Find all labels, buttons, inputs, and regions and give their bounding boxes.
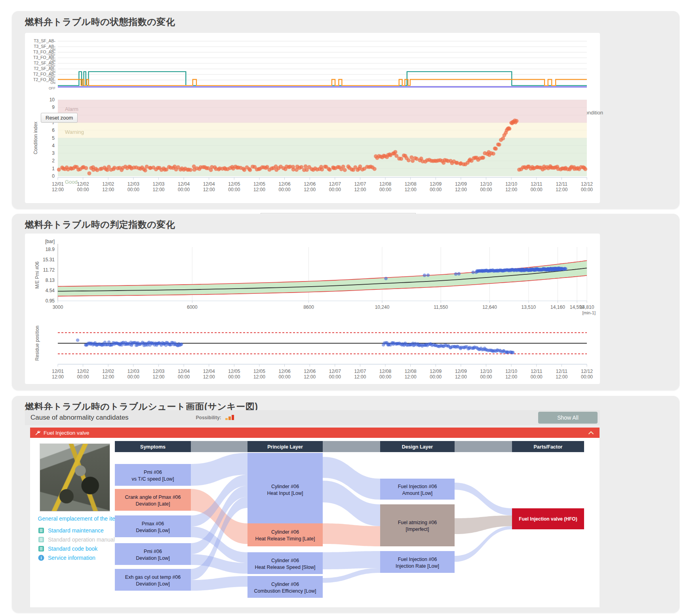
svg-text:3: 3 bbox=[52, 150, 55, 156]
svg-text:12/04: 12/04 bbox=[203, 181, 215, 187]
chevron-up-icon[interactable] bbox=[588, 431, 594, 435]
item-photo-caption-link[interactable]: General emplacement of the item bbox=[30, 515, 128, 522]
svg-text:12/05: 12/05 bbox=[228, 369, 240, 374]
reset-zoom-button[interactable]: Reset zoom bbox=[41, 113, 78, 123]
svg-text:Design Layer: Design Layer bbox=[402, 444, 433, 450]
sankey-node-D1[interactable]: Fuel Injection #06Amount [Low] bbox=[380, 479, 455, 500]
digital-signal-chart[interactable]: T3_SF_AB-T3_SF_AB-ONT3_FO_AB-OFFT3_FO_AB… bbox=[28, 35, 598, 94]
svg-text:18.9: 18.9 bbox=[46, 247, 55, 252]
svg-text:00:00: 00:00 bbox=[480, 187, 492, 192]
cause-bar-label: Fuel Injection valve bbox=[44, 430, 89, 436]
sidebar-link-standard-code-book[interactable]: Standard code book bbox=[38, 546, 115, 552]
sankey-flow bbox=[191, 576, 247, 591]
cause-bar-fuel-injection-valve[interactable]: Fuel Injection valve bbox=[30, 428, 600, 438]
svg-text:Pmax #06: Pmax #06 bbox=[142, 521, 164, 527]
svg-text:Condition index: Condition index bbox=[33, 122, 38, 154]
sankey-node-P1[interactable]: Cylinder #06Heat Input [Low] bbox=[247, 453, 323, 525]
svg-text:6000: 6000 bbox=[187, 304, 198, 310]
svg-text:Symptoms: Symptoms bbox=[140, 444, 166, 450]
panel-troubleshoot-sankey: 燃料弁トラブル時のトラブルシュート画面(サンキー図) Cause of abno… bbox=[12, 396, 680, 613]
sidebar-links: Standard maintenanceStandard operation m… bbox=[38, 527, 115, 561]
svg-text:12:00: 12:00 bbox=[405, 374, 417, 380]
svg-text:12/06: 12/06 bbox=[304, 181, 316, 187]
possibility-label: Possibility: bbox=[196, 415, 221, 420]
residue-position-chart[interactable]: Residue position12/0112:0012/0200:0012/0… bbox=[28, 321, 598, 380]
svg-text:Cylinder #06: Cylinder #06 bbox=[271, 484, 299, 489]
sankey-node-D2[interactable]: Fuel atmizing #06[Imperfect] bbox=[380, 504, 455, 546]
svg-text:12/11: 12/11 bbox=[556, 369, 567, 374]
sankey-flow bbox=[323, 523, 380, 546]
svg-text:12:00: 12:00 bbox=[304, 374, 316, 380]
svg-text:12/09: 12/09 bbox=[430, 369, 442, 374]
svg-text:12:00: 12:00 bbox=[152, 187, 164, 192]
svg-text:10: 10 bbox=[49, 97, 55, 103]
svg-text:12/04: 12/04 bbox=[178, 369, 190, 374]
svg-text:12:00: 12:00 bbox=[354, 187, 366, 192]
sankey-node-S5[interactable]: Exh gas cyl out temp #06Deviation [Low] bbox=[115, 569, 191, 591]
svg-text:12/02: 12/02 bbox=[102, 369, 114, 374]
svg-text:12:00: 12:00 bbox=[455, 374, 467, 380]
toolbar-heading: Cause of abnormality candidates bbox=[30, 414, 129, 422]
sankey-node-S1[interactable]: Pmi #06vs T/C speed [Low] bbox=[115, 464, 191, 486]
sankey-node-S3[interactable]: Pmax #06Deviation [Low] bbox=[115, 515, 191, 537]
svg-text:Heat Release Timing [Late]: Heat Release Timing [Late] bbox=[255, 536, 315, 542]
svg-text:Deviation [Low]: Deviation [Low] bbox=[136, 528, 169, 533]
svg-text:8600: 8600 bbox=[303, 304, 314, 310]
svg-text:12:00: 12:00 bbox=[405, 187, 417, 192]
svg-text:12/03: 12/03 bbox=[152, 369, 164, 374]
svg-text:12/09: 12/09 bbox=[455, 181, 467, 187]
svg-text:12/04: 12/04 bbox=[178, 181, 190, 187]
svg-text:00:00: 00:00 bbox=[531, 374, 543, 380]
svg-text:00:00: 00:00 bbox=[379, 374, 391, 380]
sidebar-link-standard-maintenance[interactable]: Standard maintenance bbox=[38, 527, 115, 534]
svg-text:12/07: 12/07 bbox=[354, 369, 366, 374]
svg-text:14,810: 14,810 bbox=[580, 304, 594, 310]
svg-text:12/07: 12/07 bbox=[329, 369, 341, 374]
svg-text:8.13: 8.13 bbox=[46, 278, 55, 283]
svg-text:00:00: 00:00 bbox=[379, 187, 391, 192]
svg-text:00:00: 00:00 bbox=[430, 187, 442, 192]
svg-text:12:00: 12:00 bbox=[505, 187, 517, 192]
svg-text:12:00: 12:00 bbox=[102, 374, 114, 380]
sankey-node-P2[interactable]: Cylinder #06Heat Release Timing [Late] bbox=[247, 523, 323, 546]
sankey-node-P3[interactable]: Cylinder #06Heat Release Speed [Slow] bbox=[247, 552, 323, 574]
show-all-button[interactable]: Show All bbox=[538, 412, 598, 424]
svg-text:00:00: 00:00 bbox=[228, 187, 240, 192]
svg-text:12/07: 12/07 bbox=[354, 181, 366, 187]
svg-text:Pmi #06: Pmi #06 bbox=[144, 549, 162, 554]
possibility-legend: Possibility: bbox=[196, 414, 235, 421]
svg-text:12:00: 12:00 bbox=[253, 374, 265, 380]
panel2-title: 燃料弁トラブル時の判定指数の変化 bbox=[25, 219, 175, 231]
sidebar-link-service-information[interactable]: iService information bbox=[38, 555, 115, 561]
svg-text:00:00: 00:00 bbox=[128, 374, 139, 380]
sankey-node-P4[interactable]: Cylinder #06Combustion Efficiency [Low] bbox=[247, 576, 323, 598]
svg-text:Cylinder #06: Cylinder #06 bbox=[271, 529, 299, 535]
svg-text:11,550: 11,550 bbox=[434, 304, 448, 310]
svg-text:12:00: 12:00 bbox=[304, 187, 316, 192]
svg-text:12:00: 12:00 bbox=[152, 374, 164, 380]
svg-text:12:00: 12:00 bbox=[203, 374, 215, 380]
sidebar-link-label: Standard code book bbox=[48, 546, 97, 552]
svg-text:Injection Rate [Low]: Injection Rate [Low] bbox=[396, 563, 439, 569]
sankey-diagram: SymptomsPrinciple LayerDesign LayerParts… bbox=[115, 441, 586, 607]
sankey-node-D3[interactable]: Fuel Injection #06Injection Rate [Low] bbox=[380, 551, 455, 573]
sankey-node-S4[interactable]: Pmi #06Deviation [Low] bbox=[115, 543, 191, 565]
svg-text:Pmi #06: Pmi #06 bbox=[144, 470, 162, 475]
sankey-node-F1[interactable]: Fuel Injection valve (HFO) bbox=[512, 508, 584, 529]
svg-text:9: 9 bbox=[52, 105, 55, 110]
svg-text:12/11: 12/11 bbox=[531, 369, 542, 374]
svg-text:12/01: 12/01 bbox=[52, 181, 64, 187]
sidebar-link-label: Standard maintenance bbox=[48, 527, 104, 534]
scatter-points bbox=[76, 338, 515, 354]
svg-text:Fuel Injection #06: Fuel Injection #06 bbox=[398, 557, 437, 562]
panel-condition-index: 燃料弁トラブル時の状態指数の変化 T3_SF_AB-T3_SF_AB-ONT3_… bbox=[12, 11, 680, 209]
svg-text:Warning: Warning bbox=[65, 129, 84, 135]
pmi-speed-chart[interactable]: [bar]18.915.3111.728.134.540.95M/E Pmi #… bbox=[28, 236, 598, 320]
condition-index-chart[interactable]: AlarmWarningGood012345678910Condition in… bbox=[28, 95, 598, 194]
svg-text:00:00: 00:00 bbox=[329, 374, 341, 380]
sankey-node-S2[interactable]: Crank angle of Pmax #06Deviation [Late] bbox=[115, 489, 191, 511]
svg-text:Exh gas cyl out temp #06: Exh gas cyl out temp #06 bbox=[125, 574, 181, 580]
book-icon bbox=[38, 546, 44, 552]
svg-text:00:00: 00:00 bbox=[77, 187, 89, 192]
svg-text:00:00: 00:00 bbox=[480, 374, 492, 380]
